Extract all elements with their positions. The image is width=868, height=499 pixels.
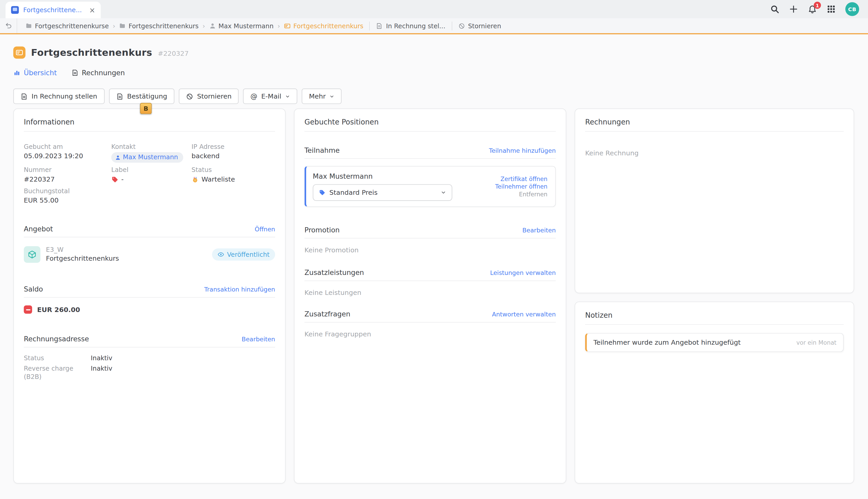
more-button[interactable]: Mehr [302,88,342,104]
tab-invoices[interactable]: Rechnungen [71,69,125,77]
breadcrumb-bar: Fortgeschrittenenkurse › Fortgeschritten… [0,18,868,34]
minus-icon [24,305,32,314]
chevron-down-icon [285,94,290,99]
manage-answers-link[interactable]: Antworten verwalten [492,311,556,318]
billing-rows: Status Inaktiv Reverse charge (B2B) Inak… [24,354,275,381]
manage-services-link[interactable]: Leistungen verwalten [490,269,556,277]
tag-icon [111,176,119,183]
notification-badge: 1 [814,2,821,9]
field-number: Nummer #220327 [24,166,111,184]
card-title: Rechnungen [585,118,844,126]
right-column: Rechnungen Keine Rechnung Notizen Teilne… [575,108,854,484]
record-id: #220327 [158,50,189,57]
field-value: backend [192,152,275,160]
remove-participant-link[interactable]: Entfernen [519,191,547,198]
contact-name: Max Mustermann [123,153,178,161]
offer-code: E3_W [46,246,119,253]
services-section-header: Zusatzleistungen Leistungen verwalten [304,268,556,277]
user-icon [209,22,216,29]
open-certificate-link[interactable]: Zertifikat öffnen [501,175,547,182]
tab-label: Übersicht [24,69,57,77]
chevron-right-icon: › [202,22,205,29]
keyboard-hint-badge: B [140,103,152,114]
info-grid: Gebucht am 05.09.2023 19:20 Kontakt Max … [24,143,275,205]
price-select[interactable]: Standard Preis [313,184,452,201]
card-title: Informationen [24,118,275,126]
contact-chip[interactable]: Max Mustermann [111,152,183,163]
open-offer-link[interactable]: Öffnen [255,226,275,233]
breadcrumb-item-course[interactable]: Fortgeschrittenenkurs [119,22,198,29]
divider [304,158,556,159]
tab-overview[interactable]: Übersicht [13,69,57,77]
cancel-button[interactable]: Stornieren [179,88,239,104]
avatar[interactable]: CB [845,2,859,16]
edit-billing-link[interactable]: Bearbeiten [242,336,275,343]
add-participation-link[interactable]: Teilnahme hinzufügen [489,147,556,154]
folder-icon [25,22,32,29]
breadcrumb-item-contact[interactable]: Max Mustermann [209,22,274,29]
divider [24,131,275,132]
button-label: Mehr [309,92,326,100]
divider [304,131,556,132]
field-total: Buchungstotal EUR 55.00 [24,187,111,205]
edit-promotion-link[interactable]: Bearbeiten [522,227,556,234]
browser-tab[interactable]: Fortgeschrittene... × [5,2,101,18]
search-icon[interactable] [770,4,779,14]
open-participant-link[interactable]: Teilnehmer öffnen [495,183,547,190]
card-title: Gebuchte Positionen [304,118,556,126]
field-label: Nummer [24,166,111,174]
breadcrumb: Fortgeschrittenenkurse › Fortgeschritten… [17,22,363,29]
history-tab-label: Stornieren [468,22,501,29]
undo-back-icon[interactable] [0,18,17,33]
card-title: Notizen [585,311,844,319]
participant-card: Max Mustermann Standard Preis Zertifikat… [304,166,556,207]
at-sign-icon: @ [250,93,257,100]
section-title: Saldo [24,285,43,293]
field-label: Label [111,166,192,174]
breadcrumb-label: Fortgeschrittenenkurs [129,22,199,29]
email-button[interactable]: @ E-Mail [243,88,297,104]
divider [304,238,556,238]
add-icon[interactable] [789,4,798,14]
add-transaction-link[interactable]: Transaktion hinzufügen [204,286,275,293]
row-value: Inaktiv [91,365,112,381]
breadcrumb-label: Fortgeschrittenenkurs [293,22,363,29]
field-label: Status [192,166,275,174]
apps-grid-icon[interactable] [827,4,836,14]
medal-icon [192,176,199,183]
notifications-bell-icon[interactable]: 1 [808,4,817,14]
note-item: Teilnehmer wurde zum Angebot hinzugefügt… [585,333,844,352]
divider [24,347,275,348]
invoice-button[interactable]: In Rechnung stellen [13,88,104,104]
breadcrumb-item-courses[interactable]: Fortgeschrittenenkurse [25,22,109,29]
invoice-icon [71,69,79,76]
history-tab-invoice[interactable]: In Rechnung stel... [376,22,445,29]
app-favicon-icon [11,6,19,14]
document-icon [116,93,123,100]
breadcrumb-item-booking-active[interactable]: Fortgeschrittenenkurs [284,22,363,29]
history-tab-cancel[interactable]: Stornieren [458,22,501,29]
tab-label: Rechnungen [82,69,125,77]
section-title: Promotion [304,226,340,234]
content-columns: Informationen Gebucht am 05.09.2023 19:2… [13,108,855,484]
chevron-down-icon [441,190,446,195]
separator [370,21,370,30]
chevron-down-icon [329,94,335,99]
field-contact: Kontakt Max Mustermann [111,143,192,162]
field-label: Buchungstotal [24,187,111,195]
field-label: Gebucht am [24,143,111,150]
chevron-right-icon: › [277,22,280,29]
promotion-section-header: Promotion Bearbeiten [304,226,556,234]
close-icon[interactable]: × [89,7,95,14]
cancel-circle-icon [186,93,193,100]
field-value: - [121,175,123,184]
button-label: E-Mail [261,92,281,100]
selected-price: Standard Preis [329,188,377,196]
topbar-actions: 1 CB [770,0,859,18]
empty-promotion-text: Keine Promotion [304,246,556,254]
confirmation-button[interactable]: Bestätigung [109,88,174,104]
field-booked-at: Gebucht am 05.09.2023 19:20 [24,143,111,162]
divider [304,281,556,281]
separator [451,21,452,30]
field-label: Kontakt [111,143,192,150]
